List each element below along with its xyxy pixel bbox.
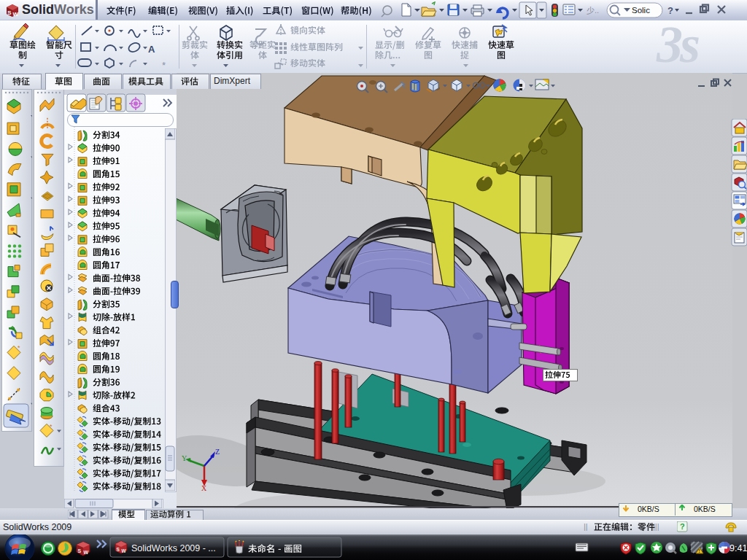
svg-text:0KB/S: 0KB/S: [694, 505, 716, 513]
svg-text:少..: 少..: [587, 6, 599, 15]
svg-text:?: ?: [667, 5, 673, 16]
svg-text:S: S: [78, 548, 82, 553]
svg-text:W: W: [122, 548, 127, 553]
svg-text:*: *: [18, 344, 20, 351]
svg-text:*: *: [162, 60, 166, 71]
svg-text:S: S: [117, 547, 120, 552]
svg-text:X: X: [201, 484, 207, 492]
svg-text:?: ?: [680, 522, 685, 531]
svg-text:Y: Y: [182, 454, 187, 462]
svg-text:*: *: [50, 423, 53, 430]
svg-text:SolidWorks 2009 - ...: SolidWorks 2009 - ...: [131, 543, 216, 553]
svg-text:A: A: [148, 44, 155, 55]
svg-text:S: S: [7, 9, 12, 16]
svg-text:Solic: Solic: [632, 6, 650, 15]
svg-text:9:41: 9:41: [729, 543, 747, 553]
svg-text:!: !: [699, 548, 700, 553]
svg-text:W: W: [84, 550, 89, 555]
svg-text:Z: Z: [215, 448, 220, 456]
svg-text:W: W: [13, 11, 19, 18]
svg-text:0KB/S: 0KB/S: [638, 505, 659, 513]
